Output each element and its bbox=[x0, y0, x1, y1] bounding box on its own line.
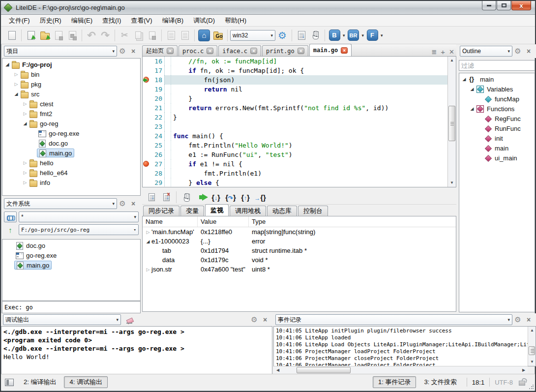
code-text[interactable]: } else { bbox=[171, 179, 219, 186]
stop-debug-button[interactable] bbox=[179, 191, 193, 204]
tree-expander-icon[interactable] bbox=[145, 230, 151, 235]
gutter[interactable]: 23 bbox=[143, 122, 164, 131]
tree-row[interactable]: main.go bbox=[2, 148, 140, 158]
save-all-button[interactable] bbox=[66, 29, 79, 42]
cut-button[interactable]: ✂ bbox=[118, 29, 131, 42]
gutter[interactable]: 26 bbox=[143, 150, 164, 159]
fold-margin[interactable] bbox=[164, 75, 171, 85]
sync-with-editor-button[interactable] bbox=[4, 211, 17, 222]
scrollbar-thumb[interactable] bbox=[297, 367, 351, 373]
code-text[interactable]: fn(json) bbox=[171, 76, 235, 84]
outline-row[interactable]: RunFunc bbox=[459, 123, 535, 133]
project-panel-combo[interactable]: 项目 ▾ bbox=[4, 46, 117, 57]
minimize-button[interactable] bbox=[482, 1, 496, 10]
editor-scrollbar[interactable]: ▲ ▼ bbox=[447, 57, 456, 187]
menu-item[interactable]: 调试(D) bbox=[188, 15, 220, 27]
new-file-button[interactable] bbox=[5, 29, 18, 42]
outline-panel-combo[interactable]: Outline ▾ bbox=[460, 46, 512, 57]
debug-tab[interactable]: 动态库 bbox=[267, 206, 297, 216]
fold-margin[interactable] bbox=[164, 103, 171, 113]
tree-expander-icon[interactable] bbox=[145, 239, 151, 244]
tab-close-icon[interactable]: × bbox=[298, 48, 304, 54]
step-into-button[interactable]: {↓} bbox=[209, 191, 223, 204]
debug-output-combo[interactable]: 调试输出 ▾ bbox=[3, 314, 121, 325]
path-combo[interactable]: F:/go-proj/src/go-reg ▾ bbox=[19, 224, 139, 235]
file-row[interactable]: main.go bbox=[2, 260, 140, 270]
code-pane[interactable]: 16 //fn, ok := funcMap[id]17 if fn, ok :… bbox=[143, 57, 447, 187]
tree-expander-icon[interactable] bbox=[4, 62, 10, 67]
scroll-down-icon[interactable]: ▼ bbox=[448, 179, 456, 187]
resize-grip[interactable] bbox=[529, 385, 534, 390]
fold-margin[interactable] bbox=[164, 85, 171, 94]
open-folder-button[interactable] bbox=[38, 29, 51, 42]
debug-output-toggle[interactable]: 4: 调试输出 bbox=[64, 376, 107, 388]
export-doc-button[interactable]: ↓ bbox=[295, 29, 308, 42]
code-editor[interactable]: 16 //fn, ok := funcMap[id]17 if fn, ok :… bbox=[142, 57, 456, 187]
outline-row[interactable]: main bbox=[459, 74, 535, 84]
tree-expander-icon[interactable] bbox=[145, 267, 151, 272]
gutter[interactable]: 28 bbox=[143, 169, 164, 178]
redo-button[interactable]: ↷ bbox=[99, 29, 112, 42]
code-text[interactable]: //fn, ok := funcMap[id] bbox=[171, 58, 277, 65]
column-header-name[interactable]: Name bbox=[143, 216, 198, 227]
editor-tab[interactable]: iface.c × bbox=[218, 45, 261, 56]
gutter[interactable]: 20 bbox=[143, 94, 164, 103]
tree-expander-icon[interactable] bbox=[22, 111, 28, 116]
outline-row[interactable]: funcMap bbox=[459, 94, 535, 104]
save-button[interactable] bbox=[52, 29, 65, 42]
scroll-right-icon[interactable]: ▶ bbox=[520, 366, 528, 374]
fold-margin[interactable] bbox=[164, 94, 171, 103]
home-button[interactable]: ⌂ bbox=[198, 29, 210, 42]
code-text[interactable]: func main() { bbox=[171, 132, 223, 140]
editor-tab[interactable]: main.go × bbox=[309, 44, 352, 56]
toggle-panels-icon[interactable] bbox=[5, 379, 14, 386]
fold-margin[interactable] bbox=[164, 122, 171, 131]
event-log-vscrollbar[interactable]: ▲ ▼ bbox=[528, 327, 536, 366]
close-panel-icon[interactable]: × bbox=[523, 316, 534, 324]
event-log-body[interactable]: 10:41:05 LiteApp initPlugin plugin/fileb… bbox=[273, 326, 536, 366]
step-over-button[interactable]: {↷} bbox=[224, 191, 238, 204]
scrollbar-thumb[interactable] bbox=[529, 346, 535, 355]
fold-margin[interactable] bbox=[164, 66, 171, 75]
fold-margin[interactable] bbox=[164, 57, 171, 66]
clear-output-icon[interactable] bbox=[126, 316, 134, 324]
tree-expander-icon[interactable] bbox=[22, 180, 28, 185]
menu-item[interactable]: 文件(F) bbox=[4, 15, 35, 27]
split-add-icon[interactable]: + bbox=[441, 48, 445, 56]
tree-expander-icon[interactable] bbox=[461, 77, 467, 82]
outline-row[interactable]: Functions bbox=[459, 104, 535, 114]
outline-row[interactable]: main bbox=[459, 143, 535, 153]
gear-icon[interactable]: ⚙ bbox=[117, 47, 128, 56]
tree-expander-icon[interactable] bbox=[13, 82, 19, 87]
debug-tab[interactable]: 监视 bbox=[205, 204, 229, 216]
gutter[interactable]: 19 bbox=[143, 85, 164, 94]
gutter[interactable]: 24 bbox=[143, 131, 164, 141]
gutter[interactable]: 17 bbox=[143, 66, 164, 75]
tree-expander-icon[interactable] bbox=[22, 170, 28, 175]
debug-output-body[interactable]: <./gdb.exe --interpreter=mi --args go-re… bbox=[1, 326, 272, 374]
fold-margin[interactable] bbox=[164, 113, 171, 122]
tree-row[interactable]: hello_e64 bbox=[2, 168, 140, 178]
fold-margin[interactable] bbox=[164, 141, 171, 150]
doc-action-1-button[interactable] bbox=[165, 29, 178, 42]
outline-row[interactable]: Variables bbox=[459, 84, 535, 94]
fold-margin[interactable] bbox=[164, 169, 171, 178]
menu-item[interactable]: 编译(B) bbox=[157, 15, 188, 27]
encoding-label[interactable]: UTF-8 bbox=[495, 379, 513, 386]
find-button[interactable]: F bbox=[366, 29, 379, 42]
gutter[interactable]: 25 bbox=[143, 141, 164, 150]
open-file-button[interactable] bbox=[25, 29, 37, 42]
tree-row[interactable]: fmt2 bbox=[2, 109, 140, 119]
watch-row[interactable]: e1-10000023 {...} error bbox=[143, 237, 456, 246]
column-header-value[interactable]: Value bbox=[198, 216, 249, 227]
stop-button[interactable] bbox=[309, 29, 322, 42]
code-text[interactable]: return nil bbox=[171, 86, 242, 93]
tree-row[interactable]: F:/go-proj bbox=[2, 60, 140, 69]
tab-close-icon[interactable]: × bbox=[207, 48, 213, 54]
code-text[interactable]: if e1 != nil { bbox=[171, 160, 242, 168]
outline-filter-input[interactable] bbox=[459, 60, 535, 71]
build-run-dropdown-icon[interactable]: ▾ bbox=[362, 33, 364, 38]
gutter[interactable]: 18 bbox=[143, 75, 164, 85]
gear-icon[interactable]: ⚙ bbox=[512, 315, 523, 324]
menu-item[interactable]: 历史(R) bbox=[35, 15, 66, 27]
